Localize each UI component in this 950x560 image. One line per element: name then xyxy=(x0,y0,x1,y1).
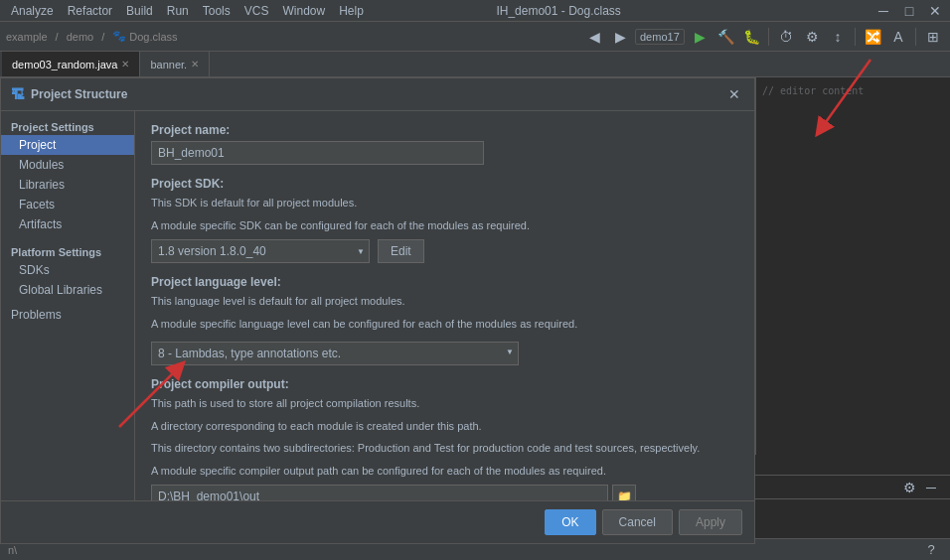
breadcrumb-separator1: / xyxy=(56,31,59,43)
lang-desc2: A module specific language level can be … xyxy=(151,316,738,333)
editor-content: // editor content xyxy=(756,77,950,105)
sdk-desc2: A module specific SDK can be configured … xyxy=(151,217,738,234)
tab-label-demo03: demo03_random.java xyxy=(12,59,117,70)
toolbar: example / demo / 🐾 Dog.class ◀ ▶ demo17 … xyxy=(0,22,950,52)
sidebar-item-modules[interactable]: Modules xyxy=(1,155,134,175)
menu-run[interactable]: Run xyxy=(160,2,196,20)
sdk-desc1: This SDK is default for all project modu… xyxy=(151,195,738,211)
project-name-label: Project name: xyxy=(151,123,738,137)
maximize-button[interactable]: □ xyxy=(898,0,920,22)
compiler-desc1: This path is used to store all project c… xyxy=(151,395,738,412)
bottom-minimize-button[interactable]: ─ xyxy=(920,477,942,498)
sidebar-item-artifacts[interactable]: Artifacts xyxy=(1,214,134,234)
lang-dropdown[interactable]: 8 - Lambdas, type annotations etc. xyxy=(151,342,519,365)
tab-close-demo03[interactable]: ✕ xyxy=(121,59,129,70)
debug-button[interactable]: 🐛 xyxy=(740,26,762,48)
run-button[interactable]: ▶ xyxy=(689,26,711,48)
sidebar-item-problems[interactable]: Problems xyxy=(1,300,134,325)
help-button[interactable]: ? xyxy=(920,539,942,561)
lang-select-wrapper: 8 - Lambdas, type annotations etc. xyxy=(151,338,519,365)
lang-label: Project language level: xyxy=(151,275,738,289)
sdk-dropdown[interactable]: 1.8 version 1.8.0_40 xyxy=(151,239,370,263)
build-button[interactable]: 🔨 xyxy=(714,26,736,48)
vcs-button[interactable]: ↕ xyxy=(827,26,849,48)
project-structure-dialog: 🏗 Project Structure ✕ Project Settings P… xyxy=(0,77,755,544)
translate-button[interactable]: A xyxy=(887,26,909,48)
output-path-row: 📁 xyxy=(151,485,738,500)
compiler-desc2: A directory corresponding to each module… xyxy=(151,418,738,435)
window-title: IH_demo01 - Dog.class xyxy=(496,4,620,18)
lang-desc1: This language level is default for all p… xyxy=(151,293,738,310)
output-path-input[interactable] xyxy=(151,485,608,500)
project-settings-heading: Project Settings xyxy=(1,117,134,135)
dialog-content: Project name: Project SDK: This SDK is d… xyxy=(135,111,754,500)
breadcrumb-class: 🐾 Dog.class xyxy=(112,30,177,43)
dialog-footer: OK Cancel Apply xyxy=(1,500,754,543)
nav-forward-button[interactable]: ▶ xyxy=(609,26,631,48)
dialog-body: Project Settings Project Modules Librari… xyxy=(1,111,754,500)
run-config-dropdown[interactable]: demo17 xyxy=(635,29,685,45)
dialog-sidebar: Project Settings Project Modules Librari… xyxy=(1,111,135,500)
class-tab-label: Dog.class xyxy=(129,31,177,43)
tabbar: demo03_random.java ✕ banner. ✕ xyxy=(0,52,950,77)
cancel-button[interactable]: Cancel xyxy=(602,509,673,535)
menu-refactor[interactable]: Refactor xyxy=(61,2,119,20)
menubar: Analyze Refactor Build Run Tools VCS Win… xyxy=(0,0,950,22)
dialog-title: Project Structure xyxy=(31,87,724,101)
compiler-desc4: A module specific compiler output path c… xyxy=(151,463,738,480)
sidebar-item-libraries[interactable]: Libraries xyxy=(1,175,134,195)
sdk-row: 1.8 version 1.8.0_40 Edit xyxy=(151,239,738,263)
dialog-titlebar: 🏗 Project Structure ✕ xyxy=(1,78,754,111)
git-button[interactable]: 🔀 xyxy=(862,26,883,48)
sdk-label: Project SDK: xyxy=(151,177,738,191)
breadcrumb-demo: demo xyxy=(67,31,94,43)
menu-help[interactable]: Help xyxy=(332,2,371,20)
breadcrumb-example: example xyxy=(6,31,48,43)
menu-analyze[interactable]: Analyze xyxy=(4,2,61,20)
menu-window[interactable]: Window xyxy=(275,2,332,20)
menu-build[interactable]: Build xyxy=(119,2,160,20)
profile-button[interactable]: ⏱ xyxy=(775,26,797,48)
settings-button[interactable]: ⚙ xyxy=(801,26,823,48)
tab-banner[interactable]: banner. ✕ xyxy=(140,52,210,76)
menu-vcs[interactable]: VCS xyxy=(238,2,276,20)
layout-button[interactable]: ⊞ xyxy=(922,26,944,48)
apply-button[interactable]: Apply xyxy=(679,509,742,535)
compiler-label: Project compiler output: xyxy=(151,377,738,391)
close-button[interactable]: ✕ xyxy=(924,0,946,22)
compiler-desc3: This directory contains two subdirectori… xyxy=(151,440,738,457)
dialog-icon: 🏗 xyxy=(11,86,25,102)
editor-area: // editor content xyxy=(755,77,950,455)
sdk-edit-button[interactable]: Edit xyxy=(378,239,424,263)
breadcrumb-separator2: / xyxy=(101,31,104,43)
menu-tools[interactable]: Tools xyxy=(196,2,238,20)
dialog-close-button[interactable]: ✕ xyxy=(724,84,744,104)
sdk-select-wrapper: 1.8 version 1.8.0_40 xyxy=(151,239,370,263)
minimize-button[interactable]: ─ xyxy=(872,0,894,22)
project-name-input[interactable] xyxy=(151,141,484,165)
tab-label-banner: banner. xyxy=(150,59,187,70)
sidebar-item-facets[interactable]: Facets xyxy=(1,195,134,214)
tab-demo03[interactable]: demo03_random.java ✕ xyxy=(2,52,140,76)
tab-close-banner[interactable]: ✕ xyxy=(191,59,199,70)
sidebar-item-sdks[interactable]: SDKs xyxy=(1,260,134,280)
ok-button[interactable]: OK xyxy=(545,509,595,535)
platform-settings-heading: Platform Settings xyxy=(1,242,134,260)
nav-back-button[interactable]: ◀ xyxy=(583,26,605,48)
bottom-settings-button[interactable]: ⚙ xyxy=(898,477,920,498)
sidebar-item-project[interactable]: Project xyxy=(1,135,134,155)
status-left: n\ xyxy=(8,544,17,556)
browse-folder-button[interactable]: 📁 xyxy=(612,485,636,500)
sidebar-item-global-libraries[interactable]: Global Libraries xyxy=(1,280,134,300)
